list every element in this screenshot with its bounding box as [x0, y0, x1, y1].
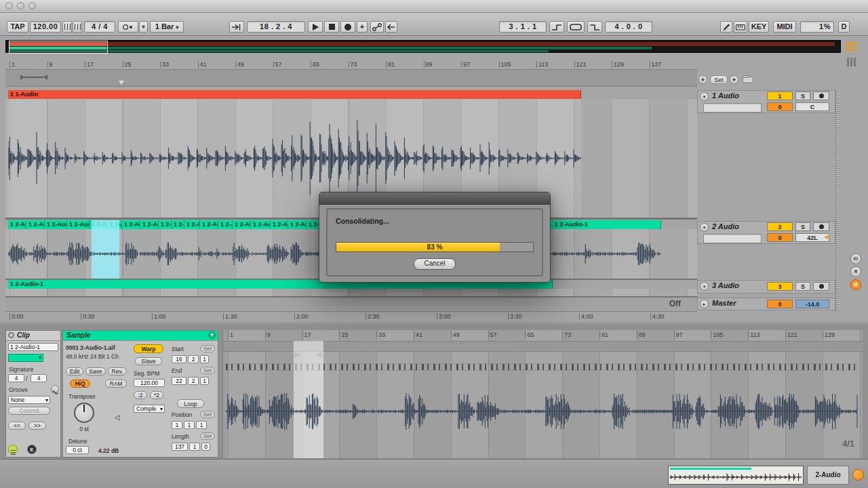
time-ruler-label[interactable]: 1:30	[223, 313, 237, 320]
fold-track-button[interactable]: ▾	[700, 282, 709, 291]
bar-ruler-label[interactable]: 17	[85, 61, 94, 68]
automation-state[interactable]: Off	[669, 299, 681, 308]
editor-ruler-label[interactable]: 81	[599, 331, 608, 338]
track-name[interactable]: Master	[712, 299, 736, 307]
bar-ruler-label[interactable]: 9	[47, 61, 53, 68]
gain-slider-handle[interactable]: ◁	[115, 413, 120, 421]
clip-name-field[interactable]: 1 2-Audio-1	[8, 343, 58, 351]
track-io-field[interactable]	[703, 103, 762, 113]
view-toggle-r[interactable]: R	[850, 266, 861, 277]
time-ruler-label[interactable]: 1:00	[152, 313, 166, 320]
loop-brace-end[interactable]	[43, 75, 47, 80]
tempo-display[interactable]: 120.00	[30, 21, 61, 33]
editor-ruler-label[interactable]: 1	[228, 331, 233, 338]
editor-ruler-label[interactable]: 113	[748, 331, 760, 338]
track-activator[interactable]: 3	[767, 282, 793, 291]
bar-ruler-label[interactable]: 81	[386, 61, 395, 68]
clip-1-2-audio[interactable]: 1 2-Audio-1	[67, 220, 90, 229]
back-to-arrangement-button[interactable]	[385, 21, 397, 33]
ram-button[interactable]: RAM	[105, 380, 127, 388]
editor-ruler-label[interactable]: 65	[525, 331, 534, 338]
editor-ruler-label[interactable]: 121	[785, 331, 797, 338]
bar-ruler-label[interactable]: 129	[612, 61, 624, 68]
end-beat[interactable]: 2	[188, 377, 199, 385]
track-activator[interactable]: 2	[767, 222, 793, 231]
editor-ruler-label[interactable]: 105	[711, 331, 723, 338]
clip-1-2-audio[interactable]: 1 2-Audio-1	[271, 220, 288, 229]
time-ruler-label[interactable]: 0:30	[81, 313, 95, 320]
track-3-lane[interactable]	[5, 289, 697, 296]
arm-button[interactable]	[813, 92, 829, 100]
master-volume-box[interactable]: -14.0	[795, 300, 829, 308]
position-sixteenth[interactable]: 1	[196, 421, 207, 429]
length-bar[interactable]: 137	[172, 443, 188, 451]
track-resize-grip[interactable]	[835, 90, 842, 311]
groove-pool-button[interactable]	[51, 385, 59, 393]
quantize-menu[interactable]: 1 Bar▾	[150, 21, 184, 33]
start-beat[interactable]: 2	[188, 355, 199, 363]
clip-1-2-audio[interactable]: 1 2-Audio-1	[45, 220, 67, 229]
transpose-knob[interactable]	[74, 403, 94, 423]
clip-view-tab[interactable]: 2-Audio	[807, 466, 849, 485]
fold-master-button[interactable]: ▸	[700, 300, 709, 308]
time-signature-display[interactable]: 4 / 4	[84, 21, 115, 33]
clip-1-2-audio[interactable]: 1 2-Audio-1	[184, 220, 200, 229]
nudge-down-button[interactable]	[62, 21, 72, 33]
time-ruler-label[interactable]: 3:30	[508, 313, 522, 320]
loop-switch[interactable]	[567, 21, 585, 33]
bar-ruler-label[interactable]: 89	[424, 61, 433, 68]
time-ruler-label[interactable]: 2:30	[366, 313, 380, 320]
loop-length-display[interactable]: 4 . 0 . 0	[605, 21, 652, 33]
record-button[interactable]	[340, 21, 355, 33]
commit-button[interactable]: Commit	[8, 407, 50, 415]
computer-midi-keyboard-button[interactable]	[734, 21, 747, 33]
clip-1-2-audio[interactable]: 1 2-Audio-1	[122, 220, 140, 229]
follow-button[interactable]	[229, 21, 244, 33]
metronome-menu-button[interactable]: ▾	[139, 21, 148, 33]
overdub-button[interactable]: +	[357, 21, 368, 33]
editor-ruler-label[interactable]: 17	[302, 331, 311, 338]
input-gain-box[interactable]: 0	[767, 102, 793, 111]
loop-brace-line[interactable]	[24, 77, 43, 78]
clip-1-2-audio[interactable]: 1 2-Audio-1	[172, 220, 184, 229]
set-start-button[interactable]: Set	[200, 345, 215, 352]
editor-ruler-label[interactable]: 41	[414, 331, 422, 338]
loop-brace-start[interactable]	[20, 75, 24, 80]
set-length-button[interactable]: Set	[200, 432, 215, 440]
loop-marker-button[interactable]	[742, 75, 754, 87]
clip-overview-mini[interactable]	[668, 466, 804, 485]
end-sixteenth[interactable]: 1	[200, 377, 209, 385]
seg-bpm-value[interactable]: 120.00	[134, 379, 165, 387]
add-sample-button[interactable]: +	[208, 331, 216, 339]
prev-locator-button[interactable]: +	[698, 75, 707, 84]
arrangement-overview[interactable]	[5, 40, 841, 53]
editor-ruler-label[interactable]: 49	[451, 331, 460, 338]
time-ruler-label[interactable]: 3:00	[437, 313, 451, 320]
editor-ruler-label[interactable]: 9	[265, 331, 271, 338]
time-ruler-label[interactable]: 4:00	[579, 313, 593, 320]
clip-1-2-audio[interactable]: 1 2-Audio-1	[200, 220, 218, 229]
start-bar[interactable]: 16	[172, 355, 186, 363]
metronome-button[interactable]	[118, 21, 138, 33]
revert-button[interactable]: Rev.	[108, 367, 127, 375]
close-button[interactable]	[5, 2, 13, 9]
input-gain-box[interactable]: 0	[767, 300, 793, 308]
track-name[interactable]: 3 Audio	[712, 281, 739, 289]
bar-ruler-label[interactable]: 105	[499, 61, 511, 68]
signature-numerator[interactable]: 4	[8, 374, 24, 382]
save-button[interactable]: Save	[85, 367, 106, 375]
hiq-button[interactable]: HiQ	[70, 380, 90, 388]
arm-button[interactable]	[813, 222, 829, 231]
clip-1-2-audio[interactable]: 1 2-Audio-1	[8, 220, 26, 229]
clip-1-1-audio[interactable]: 1 1-Audio	[8, 90, 581, 99]
length-beat[interactable]: 1	[189, 443, 200, 451]
punch-in-button[interactable]	[549, 21, 564, 33]
editor-ruler-label[interactable]: 97	[674, 331, 683, 338]
next-clip-button[interactable]: >>	[28, 422, 46, 430]
cpu-meter[interactable]: 1%	[800, 21, 834, 33]
editor-ruler-label[interactable]: 25	[339, 331, 348, 338]
editor-ruler-label[interactable]: 129	[823, 331, 835, 338]
notification-bell-icon[interactable]	[852, 469, 864, 481]
position-bar[interactable]: 1	[172, 421, 182, 429]
position-beat[interactable]: 1	[184, 421, 195, 429]
